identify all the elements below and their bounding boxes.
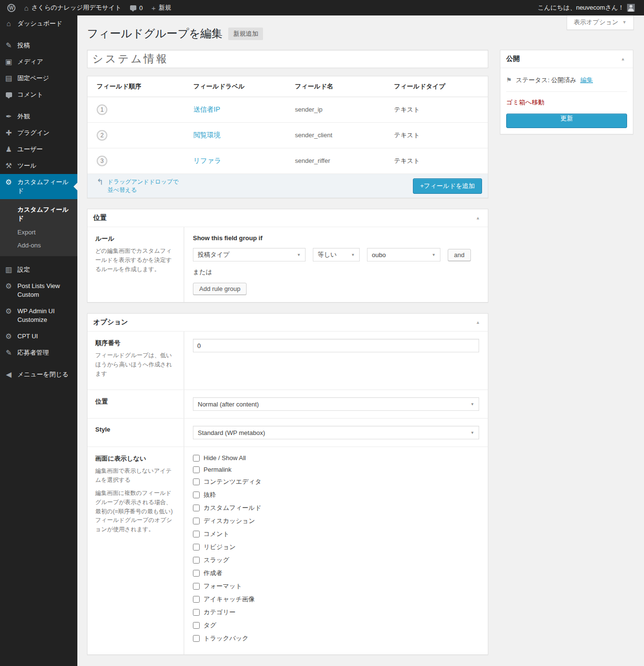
- site-name-link[interactable]: ⌂ さくらのナレッジ用デモサイト: [20, 0, 126, 15]
- field-row[interactable]: 2 閲覧環境 sender_client テキスト: [88, 123, 488, 148]
- checkbox[interactable]: [193, 478, 200, 485]
- checkbox[interactable]: [193, 544, 200, 550]
- hide-option-tags[interactable]: タグ: [193, 621, 479, 630]
- sidebar-item-users[interactable]: ♟ ユーザー: [0, 141, 77, 158]
- hide-option-slug[interactable]: スラッグ: [193, 556, 479, 565]
- checkbox-label: アイキャッチ画像: [204, 595, 255, 604]
- screen-options-tab[interactable]: 表示オプション ▼: [567, 15, 634, 30]
- location-value-select[interactable]: oubo ▼: [367, 248, 440, 261]
- hide-description-1: 編集画面で表示しないアイテムを選択する: [95, 466, 176, 484]
- chevron-down-icon: ▼: [297, 253, 301, 257]
- fields-table-header: フィールド順序 フィールドラベル フィールド名 フィールドタイプ: [88, 76, 488, 97]
- style-field-cell: Standard (WP metabox) ▼: [184, 419, 488, 447]
- checkbox[interactable]: [193, 466, 200, 473]
- order-description: フィールドグループは、低いほうから高いほうへ作成されます: [95, 351, 176, 378]
- hide-option-toggle-all[interactable]: Hide / Show All: [193, 454, 479, 462]
- submenu-item-addons[interactable]: Add-ons: [0, 239, 77, 252]
- sidebar-item-posts[interactable]: ✎ 投稿: [0, 37, 77, 54]
- new-content-menu[interactable]: + 新規: [147, 0, 176, 15]
- checkbox[interactable]: [193, 455, 200, 462]
- field-name: sender_riffer: [286, 152, 385, 169]
- add-new-button[interactable]: 新規追加: [228, 28, 263, 40]
- add-field-button[interactable]: +フィールドを追加: [413, 178, 482, 194]
- sidebar-item-media[interactable]: ▣ メディア: [0, 54, 77, 70]
- sidebar-item-applicant-management[interactable]: ✎ 応募者管理: [0, 345, 77, 361]
- submenu-item-export[interactable]: Export: [0, 226, 77, 239]
- collapse-toggle-icon[interactable]: ▲: [474, 319, 482, 326]
- collapse-toggle-icon[interactable]: ▲: [474, 215, 482, 221]
- checkbox[interactable]: [193, 583, 200, 590]
- checkbox[interactable]: [193, 570, 200, 577]
- sidebar-item-wp-admin-ui-customize[interactable]: ⚙ WP Admin UI Customize: [0, 303, 77, 328]
- checkbox[interactable]: [193, 596, 200, 603]
- style-select[interactable]: Standard (WP metabox) ▼: [193, 426, 479, 439]
- checkbox-label: フォーマット: [204, 582, 242, 591]
- hide-option-comments[interactable]: コメント: [193, 530, 479, 538]
- hide-option-permalink[interactable]: Permalink: [193, 466, 479, 473]
- hide-option-revisions[interactable]: リビジョン: [193, 543, 479, 551]
- location-operator-select[interactable]: 等しい ▼: [313, 248, 360, 261]
- sidebar-item-appearance[interactable]: ✒ 外観: [0, 108, 77, 125]
- checkbox[interactable]: [193, 492, 200, 498]
- field-label-link[interactable]: 送信者IP: [193, 105, 220, 113]
- admin-bar: W ⌂ さくらのナレッジ用デモサイト 0 + 新規 こんにちは、neuvecom…: [0, 0, 644, 15]
- sidebar-item-pages[interactable]: ▤ 固定ページ: [0, 70, 77, 87]
- comments-link[interactable]: 0: [126, 0, 147, 15]
- submenu-item-custom-fields[interactable]: カスタムフィールド: [0, 203, 77, 226]
- field-label-link[interactable]: リファラ: [193, 157, 221, 164]
- field-order-badge: 3: [97, 156, 107, 166]
- checkbox[interactable]: [193, 635, 200, 642]
- sidebar-item-cpt-ui[interactable]: ⚙ CPT UI: [0, 328, 77, 345]
- sidebar-item-comments[interactable]: コメント: [0, 87, 77, 103]
- position-label-cell: 位置: [88, 390, 184, 418]
- checkbox[interactable]: [193, 557, 200, 564]
- column-header-label: フィールドラベル: [184, 76, 286, 97]
- position-field-cell: Normal (after content) ▼: [184, 390, 488, 418]
- and-rule-button[interactable]: and: [448, 249, 471, 261]
- page-title-row: フィールドグループを編集 新規追加: [87, 27, 634, 41]
- field-label-link[interactable]: 閲覧環境: [193, 131, 220, 139]
- sidebar-item-plugins[interactable]: ✚ プラグイン: [0, 125, 77, 141]
- field-order-badge: 1: [97, 104, 107, 115]
- collapse-toggle-icon[interactable]: ▲: [619, 56, 627, 62]
- account-menu[interactable]: こんにちは、neuvecomさん！: [533, 0, 639, 15]
- hide-option-discussion[interactable]: ディスカッション: [193, 517, 479, 525]
- checkbox[interactable]: [193, 518, 200, 524]
- sidebar-item-custom-fields[interactable]: ⚙ カスタムフィールド: [0, 174, 77, 199]
- location-param-select[interactable]: 投稿タイプ ▼: [193, 248, 306, 261]
- add-rule-group-button[interactable]: Add rule group: [193, 283, 247, 295]
- status-row: ⚑ ステータス: 公開済み 編集: [506, 74, 627, 92]
- checkbox[interactable]: [193, 622, 200, 629]
- checkbox[interactable]: [193, 609, 200, 616]
- hide-option-custom-fields[interactable]: カスタムフィールド: [193, 504, 479, 512]
- edit-status-link[interactable]: 編集: [580, 76, 593, 85]
- hide-option-format[interactable]: フォーマット: [193, 582, 479, 591]
- plus-icon: +: [151, 4, 156, 12]
- field-row[interactable]: 1 送信者IP sender_ip テキスト: [88, 97, 488, 123]
- hide-option-trackbacks[interactable]: トラックバック: [193, 634, 479, 643]
- sidebar-item-tools[interactable]: ⚒ ツール: [0, 158, 77, 174]
- position-select[interactable]: Normal (after content) ▼: [193, 397, 479, 411]
- sidebar-item-settings[interactable]: ▥ 設定: [0, 261, 77, 278]
- checkbox[interactable]: [193, 531, 200, 537]
- sidebar-item-dashboard[interactable]: ⌂ ダッシュボード: [0, 15, 77, 32]
- hide-option-featured-image[interactable]: アイキャッチ画像: [193, 595, 479, 604]
- field-type: テキスト: [385, 126, 488, 145]
- order-number-input[interactable]: [193, 339, 479, 352]
- field-row[interactable]: 3 リファラ sender_riffer テキスト: [88, 148, 488, 174]
- media-icon: ▣: [4, 58, 14, 66]
- sidebar-item-collapse-menu[interactable]: ◀ メニューを閉じる: [0, 366, 77, 383]
- sidebar-item-post-lists-view-custom[interactable]: ⚙ Post Lists View Custom: [0, 278, 77, 303]
- hide-option-author[interactable]: 作成者: [193, 569, 479, 578]
- column-header-name: フィールド名: [286, 76, 385, 97]
- hide-option-excerpt[interactable]: 抜粋: [193, 491, 479, 499]
- update-button[interactable]: 更新: [506, 114, 627, 128]
- checkbox[interactable]: [193, 505, 200, 511]
- move-to-trash-link[interactable]: ゴミ箱へ移動: [506, 98, 544, 107]
- field-group-title-input[interactable]: [87, 50, 488, 68]
- hide-option-content-editor[interactable]: コンテンツエディタ: [193, 478, 479, 486]
- admin-bar-left: W ⌂ さくらのナレッジ用デモサイト 0 + 新規: [3, 0, 176, 15]
- tools-icon: ⚒: [4, 161, 14, 170]
- wp-logo-menu[interactable]: W: [3, 0, 20, 15]
- hide-option-categories[interactable]: カテゴリー: [193, 608, 479, 617]
